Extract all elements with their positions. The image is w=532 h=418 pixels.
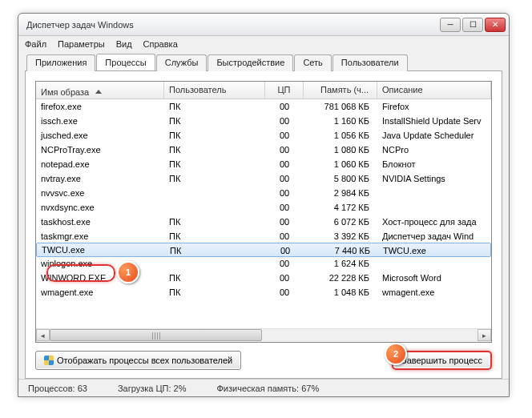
cell-cpu: 00 <box>265 99 304 114</box>
cell-cpu: 00 <box>265 143 304 157</box>
process-row[interactable]: winlogon.exe001 624 КБ <box>36 256 491 271</box>
tab-strip: Приложения Процессы Службы Быстродействи… <box>25 54 502 71</box>
tab-network[interactable]: Сеть <box>294 54 331 71</box>
process-row[interactable]: nvvsvc.exe002 984 КБ <box>36 186 491 200</box>
process-row[interactable]: taskhost.exeПК006 072 КБХост-процесс для… <box>36 215 491 229</box>
scroll-right-arrow-icon[interactable]: ▸ <box>478 329 491 341</box>
header-memory[interactable]: Память (ч... <box>304 82 377 98</box>
process-row[interactable]: notepad.exeПК001 060 КББлокнот <box>36 157 491 171</box>
cell-user: ПК <box>164 215 265 229</box>
status-process-count: Процессов: 63 <box>28 384 87 393</box>
cell-cpu: 00 <box>265 229 304 243</box>
process-row[interactable]: taskmgr.exeПК003 392 КБДиспетчер задач W… <box>36 229 491 243</box>
cell-user: ПК <box>164 157 265 171</box>
cell-cpu: 00 <box>265 215 304 229</box>
cell-description: InstallShield Update Serv <box>377 114 491 128</box>
show-all-users-label: Отображать процессы всех пользователей <box>57 356 232 365</box>
cell-memory: 7 440 КБ <box>304 243 378 256</box>
cell-user: ПК <box>164 171 265 186</box>
menubar: Файл Параметры Вид Справка <box>18 36 509 52</box>
cell-memory: 22 228 КБ <box>304 271 377 285</box>
cell-cpu: 00 <box>266 243 304 256</box>
process-row[interactable]: WINWORD.EXEПК0022 228 КБMicrosoft Word <box>36 271 491 285</box>
tab-users[interactable]: Пользователи <box>332 54 408 71</box>
cell-description: Microsoft Word <box>377 271 491 285</box>
cell-user: ПК <box>164 143 265 157</box>
annotation-marker-2: 2 <box>385 343 407 365</box>
cell-image-name: winlogon.exe <box>36 256 164 271</box>
cell-description: TWCU.exe <box>378 243 490 256</box>
menu-options[interactable]: Параметры <box>58 39 105 49</box>
cell-description <box>377 256 491 271</box>
cell-description: Диспетчер задач Wind <box>377 229 491 243</box>
header-cpu[interactable]: ЦП <box>265 82 304 98</box>
minimize-button[interactable]: ─ <box>440 18 461 32</box>
cell-description <box>377 200 491 215</box>
tab-applications[interactable]: Приложения <box>26 54 95 71</box>
cell-memory: 1 160 КБ <box>304 114 377 128</box>
cell-cpu: 00 <box>265 285 304 299</box>
horizontal-scrollbar[interactable]: ◂ ▸ <box>36 328 491 342</box>
header-description[interactable]: Описание <box>377 82 491 98</box>
cell-memory: 1 080 КБ <box>304 143 377 157</box>
scroll-grip-icon <box>152 332 160 340</box>
menu-file[interactable]: Файл <box>25 39 46 49</box>
cell-memory: 5 800 КБ <box>304 171 377 186</box>
status-memory-usage: Физическая память: 67% <box>216 384 319 393</box>
process-row[interactable]: nvtray.exeПК005 800 КБNVIDIA Settings <box>36 171 491 186</box>
cell-image-name: taskhost.exe <box>36 215 164 229</box>
cell-description: wmagent.exe <box>377 285 491 299</box>
process-row[interactable]: NCProTray.exeПК001 080 КБNCPro <box>36 143 491 157</box>
cell-cpu: 00 <box>265 256 304 271</box>
show-all-users-button[interactable]: Отображать процессы всех пользователей <box>35 351 241 370</box>
scroll-left-arrow-icon[interactable]: ◂ <box>36 329 50 341</box>
menu-view[interactable]: Вид <box>116 39 132 49</box>
tab-processes[interactable]: Процессы <box>96 54 155 70</box>
cell-memory: 1 060 КБ <box>304 157 377 171</box>
cell-user: ПК <box>164 99 265 114</box>
process-row[interactable]: issch.exeПК001 160 КБInstallShield Updat… <box>36 114 491 128</box>
cell-cpu: 00 <box>265 157 304 171</box>
scroll-thumb[interactable] <box>50 329 262 341</box>
process-list: Имя образа Пользователь ЦП Память (ч... … <box>35 81 492 343</box>
menu-help[interactable]: Справка <box>143 39 178 49</box>
cell-user: ПК <box>164 114 265 128</box>
maximize-button[interactable]: ☐ <box>462 18 483 32</box>
cell-user: ПК <box>164 271 265 285</box>
cell-description <box>377 186 491 200</box>
header-image-name[interactable]: Имя образа <box>36 82 164 98</box>
cell-user <box>164 200 265 215</box>
cell-description: Firefox <box>377 99 491 114</box>
cell-image-name: notepad.exe <box>36 157 164 171</box>
cell-description: Java Update Scheduler <box>377 128 491 143</box>
cell-image-name: firefox.exe <box>36 99 164 114</box>
cell-description: Блокнот <box>377 157 491 171</box>
process-row[interactable]: wmagent.exeПК001 048 КБwmagent.exe <box>36 285 491 299</box>
cell-image-name: WINWORD.EXE <box>36 271 164 285</box>
tab-services[interactable]: Службы <box>156 54 208 71</box>
cell-image-name: NCProTray.exe <box>36 143 164 157</box>
window-title: Диспетчер задач Windows <box>26 20 440 30</box>
task-manager-window: Диспетчер задач Windows ─ ☐ ✕ Файл Парам… <box>18 13 510 397</box>
tab-performance[interactable]: Быстродействие <box>208 54 293 71</box>
cell-memory: 781 068 КБ <box>304 99 377 114</box>
cell-memory: 4 172 КБ <box>304 200 377 215</box>
cell-image-name: TWCU.exe <box>37 243 165 256</box>
cell-memory: 1 624 КБ <box>304 256 377 271</box>
cell-image-name: jusched.exe <box>36 128 164 143</box>
end-process-label: Завершить процесс <box>401 356 482 365</box>
cell-description: NVIDIA Settings <box>377 171 491 186</box>
process-row[interactable]: firefox.exeПК00781 068 КБFirefox <box>36 99 491 114</box>
process-row[interactable]: nvxdsync.exe004 172 КБ <box>36 200 491 215</box>
column-headers: Имя образа Пользователь ЦП Память (ч... … <box>36 82 491 99</box>
process-row[interactable]: TWCU.exeПК007 440 КБTWCU.exe <box>36 243 491 257</box>
titlebar[interactable]: Диспетчер задач Windows ─ ☐ ✕ <box>18 14 509 36</box>
close-button[interactable]: ✕ <box>485 18 506 32</box>
cell-cpu: 00 <box>265 114 304 128</box>
cell-cpu: 00 <box>265 271 304 285</box>
process-row[interactable]: jusched.exeПК001 056 КБJava Update Sched… <box>36 128 491 143</box>
cell-cpu: 00 <box>265 171 304 186</box>
cell-description: Хост-процесс для зада <box>377 215 491 229</box>
uac-shield-icon <box>44 356 54 365</box>
header-user[interactable]: Пользователь <box>164 82 265 98</box>
